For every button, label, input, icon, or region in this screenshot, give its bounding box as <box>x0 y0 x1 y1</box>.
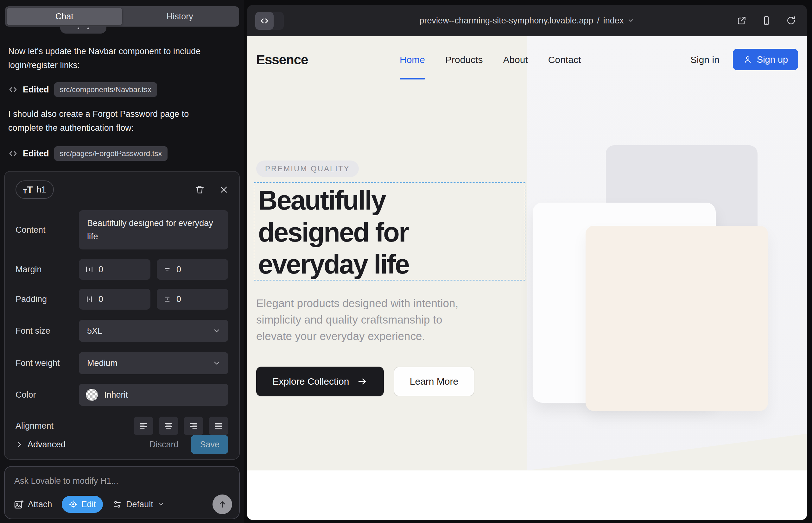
delete-element-button[interactable] <box>195 184 205 195</box>
align-right-button[interactable] <box>184 417 203 435</box>
preview-browser-bar: preview--charming-site-symphony.lovable.… <box>247 5 807 36</box>
truncated-message-pill <box>60 26 106 34</box>
edited-label: Edited <box>23 149 49 159</box>
hero-paragraph: Elegant products designed with intention… <box>256 295 458 344</box>
attach-image-icon <box>14 499 24 509</box>
edit-mode-button[interactable]: Edit <box>62 496 103 513</box>
align-justify-icon <box>214 421 223 431</box>
close-icon <box>219 185 228 194</box>
sign-up-button[interactable]: Sign up <box>733 49 798 70</box>
selected-h1-element[interactable]: Beautifully designed for everyday life <box>254 182 525 281</box>
code-icon <box>255 12 273 30</box>
external-link-icon <box>737 16 747 26</box>
margin-y-icon <box>163 265 171 273</box>
chevron-down-icon <box>212 327 221 335</box>
send-button[interactable] <box>212 494 232 514</box>
preview-url[interactable]: preview--charming-site-symphony.lovable.… <box>420 16 635 26</box>
preview-path: index <box>603 16 624 26</box>
learn-more-button[interactable]: Learn More <box>394 366 474 396</box>
close-inspector-button[interactable] <box>219 185 228 194</box>
open-in-new-tab-button[interactable] <box>737 16 747 26</box>
color-select[interactable]: Inherit <box>79 384 228 406</box>
refresh-button[interactable] <box>786 16 796 26</box>
sign-in-link[interactable]: Sign in <box>690 36 720 84</box>
element-inspector: TT h1 Content Beautifully designed for e… <box>4 171 240 460</box>
type-icon: TT <box>23 185 33 194</box>
padding-label: Padding <box>16 294 79 304</box>
margin-y-input[interactable]: 0 <box>157 259 228 280</box>
decorative-cream-card <box>586 226 768 411</box>
nav-link-products[interactable]: Products <box>445 54 483 65</box>
hero-heading: Beautifully designed for everyday life <box>258 184 409 280</box>
tab-bar: Chat History <box>5 6 239 26</box>
edited-file-row: Edited src/pages/ForgotPassword.tsx <box>8 146 167 161</box>
content-label: Content <box>16 225 79 235</box>
target-icon <box>69 500 77 509</box>
transparency-swatch-icon <box>86 389 98 401</box>
discard-button[interactable]: Discard <box>149 440 179 450</box>
align-right-icon <box>189 421 198 431</box>
tab-history[interactable]: History <box>122 8 238 25</box>
code-preview-toggle[interactable] <box>255 12 284 30</box>
sliders-icon <box>112 500 122 509</box>
trash-icon <box>195 184 205 195</box>
path-separator: / <box>597 16 600 26</box>
code-icon <box>8 149 18 158</box>
preview-window: preview--charming-site-symphony.lovable.… <box>247 5 807 520</box>
site-navbar: Essence Home Products About Contact Sign… <box>247 36 807 84</box>
refresh-icon <box>786 16 796 26</box>
align-center-icon <box>164 421 173 431</box>
content-input[interactable]: Beautifully designed for everyday life <box>79 210 228 250</box>
mobile-icon <box>761 16 772 26</box>
tab-chat[interactable]: Chat <box>7 8 122 25</box>
font-weight-label: Font weight <box>16 358 79 368</box>
element-tag-pill: TT h1 <box>16 180 54 199</box>
chevron-down-icon <box>212 359 221 367</box>
advanced-toggle[interactable]: Advanced <box>16 440 66 450</box>
file-badge[interactable]: src/components/Navbar.tsx <box>54 82 157 97</box>
font-weight-select[interactable]: Medium <box>79 352 228 374</box>
edited-file-row: Edited src/components/Navbar.tsx <box>8 82 157 97</box>
preview-domain: preview--charming-site-symphony.lovable.… <box>420 16 594 26</box>
nav-link-about[interactable]: About <box>503 54 528 65</box>
user-icon <box>743 55 753 64</box>
mobile-view-button[interactable] <box>761 16 772 26</box>
margin-x-icon <box>85 265 93 273</box>
chevron-right-icon <box>16 441 23 448</box>
align-center-button[interactable] <box>159 417 178 435</box>
file-badge[interactable]: src/pages/ForgotPassword.tsx <box>54 146 168 161</box>
composer-input[interactable]: Ask Lovable to modify H1... <box>14 476 230 486</box>
color-label: Color <box>16 390 79 400</box>
chat-message: Now let's update the Navbar component to… <box>8 44 211 72</box>
default-mode-button[interactable]: Default <box>112 500 164 509</box>
align-left-button[interactable] <box>134 417 153 435</box>
margin-label: Margin <box>16 265 79 274</box>
section-below-hero <box>247 470 807 520</box>
arrow-right-icon <box>357 376 367 386</box>
chat-composer: Ask Lovable to modify H1... Attach Edit … <box>4 466 240 519</box>
attach-button[interactable]: Attach <box>14 499 52 509</box>
arrow-up-icon <box>217 500 227 509</box>
site-logo[interactable]: Essence <box>256 36 308 84</box>
nav-link-home[interactable]: Home <box>400 54 425 65</box>
explore-collection-button[interactable]: Explore Collection <box>256 366 384 396</box>
padding-x-input[interactable]: 0 <box>79 289 151 310</box>
element-tag-name: h1 <box>37 185 46 195</box>
align-justify-button[interactable] <box>209 417 228 435</box>
font-size-select[interactable]: 5XL <box>79 320 228 342</box>
premium-quality-badge: PREMIUM QUALITY <box>256 161 359 177</box>
nav-link-contact[interactable]: Contact <box>548 54 581 65</box>
save-button[interactable]: Save <box>191 435 228 454</box>
padding-x-icon <box>85 295 93 303</box>
alignment-label: Alignment <box>16 421 79 431</box>
inspector-header: TT h1 <box>16 180 228 199</box>
align-left-icon <box>139 421 148 431</box>
code-icon <box>8 85 18 94</box>
chat-panel: Chat History Now let's update the Navbar… <box>0 0 244 523</box>
edited-label: Edited <box>23 85 49 95</box>
padding-y-input[interactable]: 0 <box>157 289 228 310</box>
chevron-down-icon <box>628 17 634 24</box>
padding-y-icon <box>163 295 171 303</box>
chevron-down-icon <box>157 501 164 508</box>
margin-x-input[interactable]: 0 <box>79 259 151 280</box>
